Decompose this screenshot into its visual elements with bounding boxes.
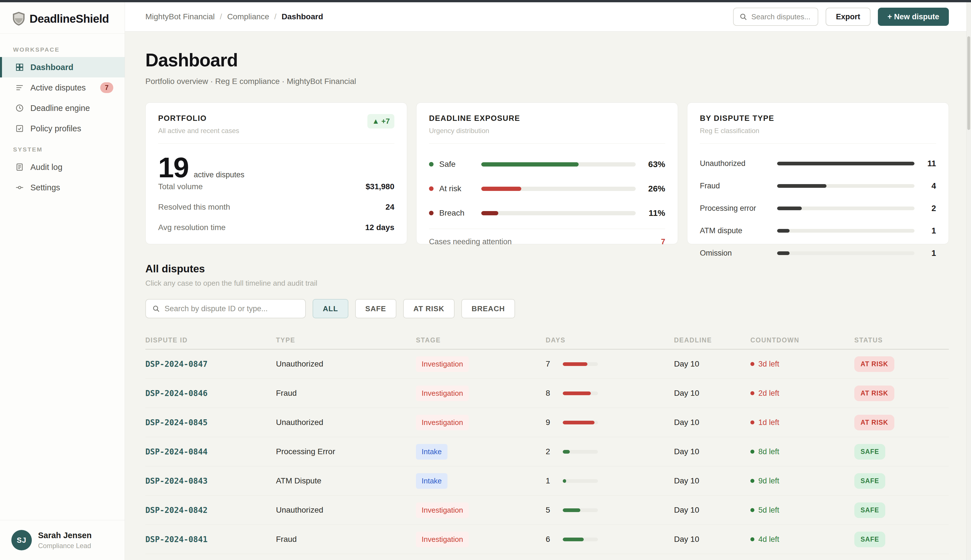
countdown: 9d left bbox=[750, 477, 854, 485]
countdown-text: 2d left bbox=[758, 389, 779, 398]
filter-chips: ALLSAFEAT RISKBREACH bbox=[313, 299, 515, 318]
type-count: 1 bbox=[921, 226, 936, 235]
breadcrumb-item-dashboard: Dashboard bbox=[282, 12, 323, 21]
countdown-dot bbox=[750, 420, 754, 424]
sidebar-item-label: Active disputes bbox=[30, 83, 86, 92]
portfolio-card-label: PORTFOLIO bbox=[158, 114, 239, 123]
global-search-input[interactable] bbox=[751, 12, 812, 21]
app-root: DeadlineShield WORKSPACEDashboardActive … bbox=[0, 0, 971, 560]
breadcrumb-item-compliance[interactable]: Compliance bbox=[227, 12, 269, 21]
exposure-footer: Cases needing attention 7 bbox=[429, 228, 665, 246]
breadcrumb-item-mightybot-financial[interactable]: MightyBot Financial bbox=[145, 12, 215, 21]
sidebar-item-deadline-engine[interactable]: Deadline engine bbox=[0, 98, 125, 118]
countdown-text: 5d left bbox=[758, 506, 779, 515]
filter-chip-breach[interactable]: BREACH bbox=[461, 299, 515, 318]
stat-value: 12 days bbox=[365, 223, 394, 232]
countdown: 4d left bbox=[750, 535, 854, 544]
days-progress-fill bbox=[563, 538, 584, 541]
stat-label: Total volume bbox=[158, 182, 203, 191]
days-progress-track bbox=[563, 392, 598, 395]
sidebar-item-audit-log[interactable]: Audit log bbox=[0, 157, 125, 177]
deadline: Day 10 bbox=[674, 388, 750, 398]
portfolio-stat-row: Resolved this month24 bbox=[158, 203, 394, 212]
table-row[interactable]: DSP-2024-0846FraudInvestigation8Day 102d… bbox=[145, 379, 949, 408]
column-header-type: TYPE bbox=[276, 337, 416, 344]
check-square-icon bbox=[15, 124, 24, 133]
portfolio-stat-row: Total volume$31,980 bbox=[158, 182, 394, 191]
days-progress-fill bbox=[563, 421, 595, 424]
sidebar-item-settings[interactable]: Settings bbox=[0, 177, 125, 198]
dispute-search-input[interactable] bbox=[164, 304, 299, 313]
list-icon bbox=[15, 83, 24, 92]
stage-badge: Investigation bbox=[416, 532, 469, 547]
stat-value: $31,980 bbox=[366, 182, 394, 191]
column-header-stage: STAGE bbox=[416, 337, 546, 344]
type-row-omission: Omission1 bbox=[700, 248, 936, 258]
type-row-atm-dispute: ATM dispute1 bbox=[700, 226, 936, 235]
sidebar-item-policy-profiles[interactable]: Policy profiles bbox=[0, 118, 125, 139]
type-label: Fraud bbox=[700, 182, 770, 190]
scrollbar-thumb[interactable] bbox=[967, 36, 970, 130]
countdown-dot bbox=[750, 362, 754, 366]
deadline: Day 10 bbox=[674, 360, 750, 368]
dispute-id: DSP-2024-0842 bbox=[145, 505, 276, 515]
status-badge: SAFE bbox=[854, 502, 885, 518]
topbar-actions: Export + New dispute bbox=[733, 8, 949, 26]
countdown-text: 1d left bbox=[758, 418, 779, 427]
deadline-exposure-card: DEADLINE EXPOSURE Urgency distribution S… bbox=[416, 102, 678, 244]
legend-dot bbox=[429, 162, 433, 167]
stage-badge: Intake bbox=[416, 444, 448, 460]
type-count: 1 bbox=[921, 248, 936, 258]
filter-chip-all[interactable]: ALL bbox=[313, 299, 348, 318]
table-row[interactable]: DSP-2024-0841FraudInvestigation6Day 104d… bbox=[145, 525, 949, 554]
exposure-bar-track bbox=[481, 162, 636, 167]
user-name: Sarah Jensen bbox=[38, 531, 92, 540]
days-progress-fill bbox=[563, 508, 580, 512]
grid-icon bbox=[15, 63, 24, 72]
exposure-bar-fill bbox=[481, 162, 578, 167]
days-count: 2 bbox=[546, 447, 555, 456]
days-count: 5 bbox=[546, 505, 555, 515]
dispute-search[interactable] bbox=[145, 299, 306, 318]
sidebar-item-active-disputes[interactable]: Active disputes7 bbox=[0, 77, 125, 98]
dispute-type: Fraud bbox=[276, 388, 416, 398]
nav-section-label: SYSTEM bbox=[0, 139, 125, 157]
table-row[interactable]: DSP-2024-0847UnauthorizedInvestigation7D… bbox=[145, 350, 949, 379]
table-row[interactable]: DSP-2024-0845UnauthorizedInvestigation9D… bbox=[145, 408, 949, 437]
countdown-dot bbox=[750, 450, 754, 453]
table-row[interactable]: DSP-2024-0840UnauthorizedExtended23Day 4… bbox=[145, 554, 949, 560]
stage-badge: Investigation bbox=[416, 385, 469, 401]
filter-chip-safe[interactable]: SAFE bbox=[355, 299, 396, 318]
user-card[interactable]: SJ Sarah Jensen Compliance Lead bbox=[0, 520, 125, 560]
exposure-rows: Safe63%At risk26%Breach11% bbox=[429, 160, 665, 218]
sliders-icon bbox=[15, 183, 24, 192]
stage-cell: Investigation bbox=[416, 532, 546, 547]
global-search[interactable] bbox=[733, 8, 818, 26]
table-header: DISPUTE IDTYPESTAGEDAYSDEADLINECOUNTDOWN… bbox=[145, 332, 949, 350]
stage-cell: Investigation bbox=[416, 385, 546, 401]
filter-chip-at-risk[interactable]: AT RISK bbox=[403, 299, 455, 318]
days-cell: 8 bbox=[546, 388, 674, 398]
dispute-id: DSP-2024-0845 bbox=[145, 418, 276, 427]
status-cell: SAFE bbox=[854, 532, 949, 547]
dispute-id: DSP-2024-0841 bbox=[145, 535, 276, 544]
table-row[interactable]: DSP-2024-0844Processing ErrorIntake2Day … bbox=[145, 437, 949, 467]
days-progress-track bbox=[563, 479, 598, 483]
exposure-percent: 11% bbox=[642, 208, 665, 218]
days-cell: 2 bbox=[546, 447, 674, 456]
days-count: 7 bbox=[546, 360, 555, 368]
search-icon bbox=[152, 304, 160, 313]
type-row-processing-error: Processing error2 bbox=[700, 204, 936, 213]
stage-cell: Investigation bbox=[416, 415, 546, 430]
new-dispute-button[interactable]: + New dispute bbox=[878, 8, 949, 26]
days-progress-track bbox=[563, 362, 598, 366]
sidebar-item-dashboard[interactable]: Dashboard bbox=[0, 57, 125, 77]
user-info: Sarah Jensen Compliance Lead bbox=[38, 531, 92, 550]
scrollbar[interactable] bbox=[966, 2, 971, 560]
status-cell: SAFE bbox=[854, 444, 949, 460]
table-row[interactable]: DSP-2024-0843ATM DisputeIntake1Day 109d … bbox=[145, 467, 949, 496]
dispute-type: Unauthorized bbox=[276, 505, 416, 515]
export-button[interactable]: Export bbox=[826, 8, 871, 26]
status-cell: SAFE bbox=[854, 502, 949, 518]
table-row[interactable]: DSP-2024-0842UnauthorizedInvestigation5D… bbox=[145, 496, 949, 525]
